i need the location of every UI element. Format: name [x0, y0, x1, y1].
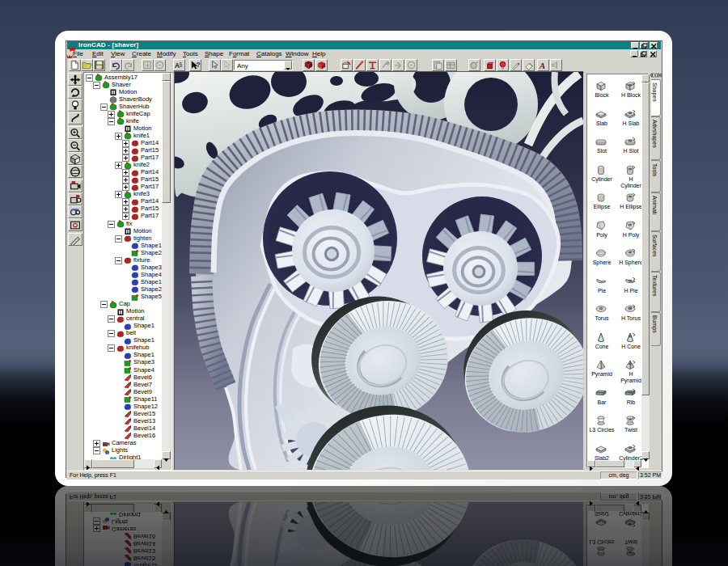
- svg-text:§: §: [180, 61, 183, 67]
- svg-text:?: ?: [196, 61, 200, 69]
- svg-text:A: A: [539, 61, 545, 70]
